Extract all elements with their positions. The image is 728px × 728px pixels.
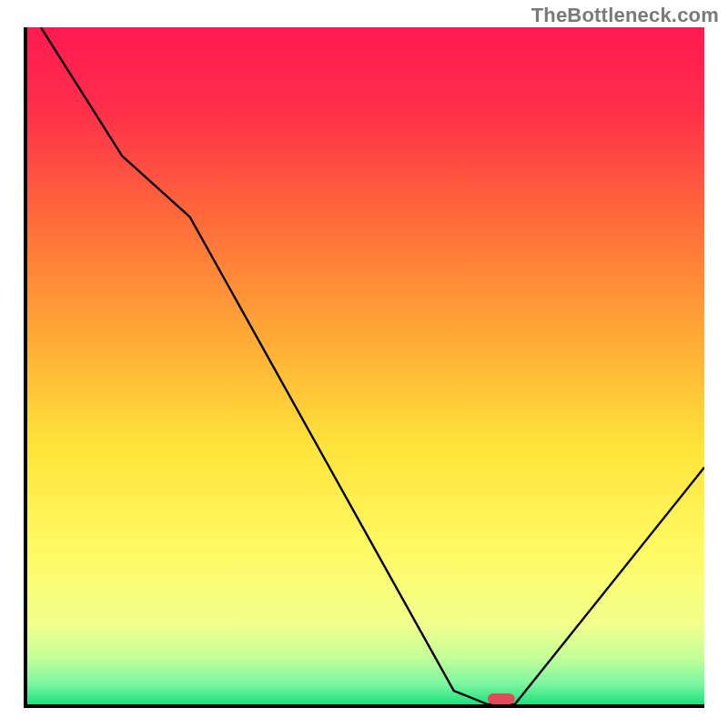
- watermark-text: TheBottleneck.com: [531, 4, 719, 27]
- gradient-background: [27, 27, 704, 704]
- bottleneck-chart: [27, 27, 704, 704]
- chart-plot-area: [24, 27, 704, 708]
- optimal-marker: [488, 693, 515, 704]
